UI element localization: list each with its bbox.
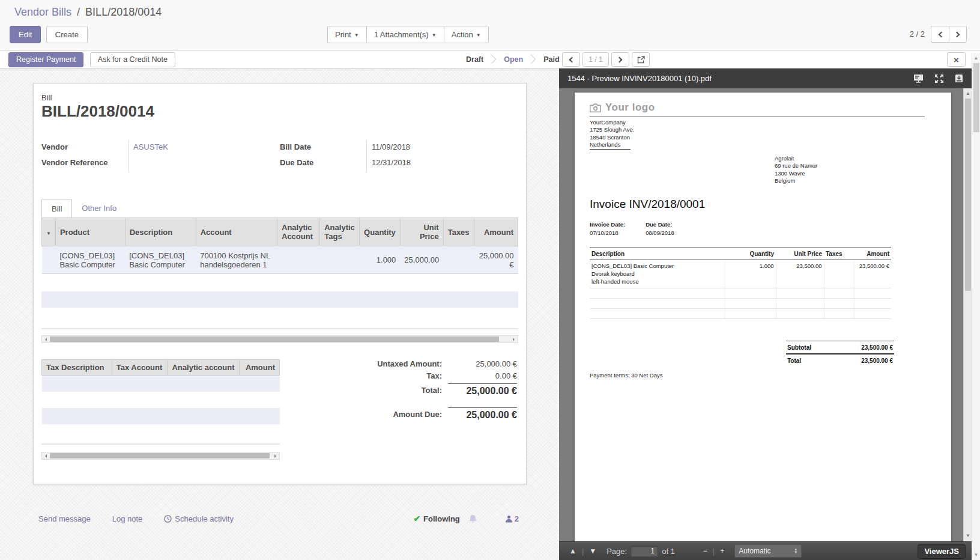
activities-button[interactable] bbox=[468, 514, 477, 523]
chatter: Send message Log note Schedule activity … bbox=[38, 514, 519, 523]
col-header-product[interactable]: Product bbox=[55, 218, 125, 246]
vendor-label: Vendor bbox=[41, 140, 128, 151]
breadcrumb-vendor-bills-link[interactable]: Vendor Bills bbox=[14, 6, 71, 18]
tax-horizontal-scrollbar[interactable] bbox=[41, 452, 280, 460]
col-header-tax-account[interactable]: Tax Account bbox=[112, 360, 168, 376]
send-message-button[interactable]: Send message bbox=[38, 514, 91, 523]
prev-page-button[interactable]: ▲ bbox=[565, 547, 581, 555]
content-area: Bill BILL/2018/0014 Vendor ASUSTeK Vendo… bbox=[0, 68, 972, 560]
zoom-mode-select[interactable]: Automatic ▲▼ bbox=[734, 544, 802, 558]
zoom-in-button[interactable]: + bbox=[716, 547, 728, 555]
pdf-total-label: Total bbox=[787, 358, 801, 364]
edit-button[interactable]: Edit bbox=[10, 26, 41, 43]
page-number-input[interactable] bbox=[631, 546, 658, 557]
invoice-date-value: 07/10/2018 bbox=[590, 230, 625, 236]
payment-terms: Payment terms: 30 Net Days bbox=[590, 372, 662, 379]
col-header-analytic-account[interactable]: Analytic Account bbox=[277, 218, 320, 246]
col-header-description[interactable]: Description bbox=[125, 218, 196, 246]
col-header-analytic-tags[interactable]: Analytic Tags bbox=[320, 218, 360, 246]
chevron-left-icon bbox=[569, 56, 575, 62]
empty-tax-row bbox=[42, 376, 280, 392]
schedule-activity-button[interactable]: Schedule activity bbox=[164, 514, 234, 523]
bill-sheet: Bill BILL/2018/0014 Vendor ASUSTeK Vendo… bbox=[33, 83, 527, 484]
open-attachment-window-button[interactable] bbox=[632, 52, 650, 67]
scrollbar-thumb[interactable] bbox=[50, 336, 499, 342]
download-button[interactable] bbox=[955, 74, 963, 83]
scroll-down-arrow-icon[interactable]: ▼ bbox=[972, 551, 980, 559]
chevron-down-icon: ▼ bbox=[476, 33, 481, 38]
next-page-button[interactable]: ▼ bbox=[585, 547, 600, 555]
company-logo-placeholder: Your logo bbox=[605, 102, 655, 114]
col-header-tax-amount[interactable]: Amount bbox=[240, 360, 280, 376]
followers-button[interactable]: 2 bbox=[505, 514, 519, 523]
action-dropdown[interactable]: Action▼ bbox=[444, 26, 489, 43]
invoice-line-row[interactable]: [CONS_DEL03] Basic Computer [CONS_DEL03]… bbox=[42, 246, 518, 274]
col-header-unit-price[interactable]: Unit Price bbox=[400, 218, 443, 246]
pdf-vertical-scrollbar[interactable]: ▲ ▼ bbox=[963, 88, 972, 541]
col-header-taxes[interactable]: Taxes bbox=[443, 218, 474, 246]
page-label: Page: bbox=[606, 547, 627, 556]
attachment-prev-button[interactable] bbox=[562, 52, 580, 67]
bill-number-title: BILL/2018/0014 bbox=[41, 102, 154, 121]
attachment-next-button[interactable] bbox=[611, 52, 629, 67]
col-header-account[interactable]: Account bbox=[196, 218, 277, 246]
optional-columns-toggle[interactable]: ▼ bbox=[42, 218, 56, 246]
cell-amount: 25,000.00 € bbox=[474, 246, 518, 274]
chevron-right-icon bbox=[617, 56, 623, 62]
create-button[interactable]: Create bbox=[46, 26, 88, 43]
status-pipeline: Draft Open Paid bbox=[462, 50, 563, 68]
viewerjs-toolbar: ▲ | ▼ Page: of 1 − | + Automatic ▲▼ View… bbox=[559, 541, 972, 560]
register-payment-button[interactable]: Register Payment bbox=[8, 52, 83, 67]
record-prev-button[interactable] bbox=[931, 26, 949, 43]
check-icon: ✔ bbox=[413, 514, 420, 523]
pdf-scroll-area[interactable]: Your logo YourCompany 1725 Slough Ave. 1… bbox=[559, 88, 972, 541]
scroll-up-arrow-icon[interactable]: ▲ bbox=[964, 90, 972, 98]
tab-bill[interactable]: Bill bbox=[41, 199, 72, 218]
col-header-amount[interactable]: Amount bbox=[474, 218, 518, 246]
scroll-left-arrow-icon[interactable] bbox=[43, 454, 47, 458]
camera-icon bbox=[590, 103, 601, 112]
empty-tax-row bbox=[42, 392, 280, 408]
col-header-quantity[interactable]: Quantity bbox=[360, 218, 401, 246]
pdf-subtotal-label: Subtotal bbox=[787, 344, 811, 351]
scrollbar-thumb[interactable] bbox=[50, 453, 270, 458]
vendor-value-link[interactable]: ASUSTeK bbox=[133, 142, 168, 151]
total-label: Total: bbox=[422, 386, 448, 395]
chevron-down-icon: ▼ bbox=[354, 33, 359, 38]
statusbar: Register Payment Ask for a Credit Note D… bbox=[0, 50, 980, 68]
lines-horizontal-scrollbar[interactable] bbox=[41, 335, 518, 343]
following-toggle[interactable]: ✔Following bbox=[413, 514, 459, 523]
scroll-down-arrow-icon[interactable]: ▼ bbox=[964, 532, 972, 540]
empty-tax-row bbox=[42, 408, 280, 424]
log-note-button[interactable]: Log note bbox=[112, 514, 143, 523]
scrollbar-thumb[interactable] bbox=[973, 63, 979, 132]
presentation-mode-button[interactable] bbox=[913, 74, 924, 83]
bill-date-label: Bill Date bbox=[280, 140, 366, 151]
bill-date-value: 11/09/2018 bbox=[366, 140, 519, 156]
preview-title: 1544 - Preview INVINV20180001 (10).pdf bbox=[567, 74, 903, 83]
scrollbar-thumb[interactable] bbox=[965, 99, 971, 291]
record-next-button[interactable] bbox=[949, 26, 967, 43]
vendor-reference-value bbox=[128, 156, 276, 171]
viewerjs-brand-button[interactable]: ViewerJS bbox=[918, 544, 966, 559]
fullscreen-button[interactable] bbox=[934, 74, 944, 84]
credit-note-button[interactable]: Ask for a Credit Note bbox=[90, 52, 175, 67]
pdf-subtotal-value: 23,500.00 € bbox=[861, 344, 893, 351]
scroll-right-arrow-icon[interactable] bbox=[513, 338, 516, 341]
scroll-left-arrow-icon[interactable] bbox=[43, 338, 47, 341]
col-header-analytic-account[interactable]: Analytic account bbox=[168, 360, 240, 376]
col-header-tax-description[interactable]: Tax Description bbox=[42, 360, 112, 376]
close-preview-button[interactable]: × bbox=[947, 52, 966, 67]
download-icon bbox=[955, 74, 963, 83]
chevron-left-icon bbox=[938, 31, 944, 37]
scroll-right-arrow-icon[interactable] bbox=[274, 454, 278, 458]
page-vertical-scrollbar[interactable]: ▲ ▼ bbox=[972, 53, 980, 560]
zoom-out-button[interactable]: − bbox=[699, 547, 712, 555]
attachments-dropdown[interactable]: 1 Attachment(s)▼ bbox=[366, 26, 444, 43]
cell-account: 700100 Kostprijs NL handelsgoederen 1 bbox=[196, 246, 277, 274]
print-dropdown[interactable]: Print▼ bbox=[327, 26, 366, 43]
attachment-pager: 1 / 1 bbox=[562, 52, 652, 67]
cell-taxes bbox=[443, 246, 474, 274]
scroll-up-arrow-icon[interactable]: ▲ bbox=[972, 54, 980, 62]
tab-other-info[interactable]: Other Info bbox=[72, 199, 126, 218]
